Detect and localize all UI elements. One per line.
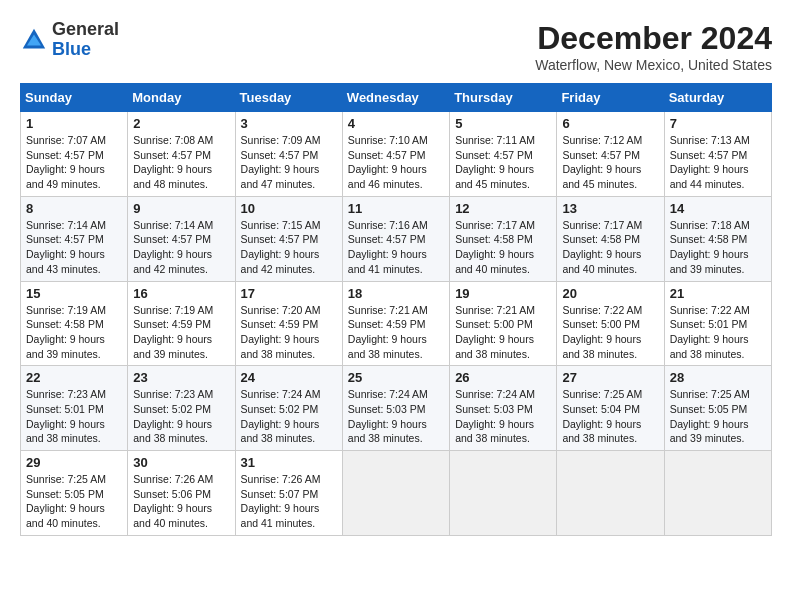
daylight-label: Daylight: 9 hours and 38 minutes.: [562, 333, 641, 360]
weekday-header-thursday: Thursday: [450, 84, 557, 112]
day-info: Sunrise: 7:11 AM Sunset: 4:57 PM Dayligh…: [455, 133, 551, 192]
sunset-label: Sunset: 5:01 PM: [26, 403, 104, 415]
weekday-header-saturday: Saturday: [664, 84, 771, 112]
day-number: 14: [670, 201, 766, 216]
sunset-label: Sunset: 5:05 PM: [670, 403, 748, 415]
daylight-label: Daylight: 9 hours and 38 minutes.: [348, 333, 427, 360]
calendar-cell: 6 Sunrise: 7:12 AM Sunset: 4:57 PM Dayli…: [557, 112, 664, 197]
sunset-label: Sunset: 5:06 PM: [133, 488, 211, 500]
daylight-label: Daylight: 9 hours and 38 minutes.: [241, 333, 320, 360]
logo: General Blue: [20, 20, 119, 60]
daylight-label: Daylight: 9 hours and 40 minutes.: [455, 248, 534, 275]
day-info: Sunrise: 7:10 AM Sunset: 4:57 PM Dayligh…: [348, 133, 444, 192]
sunset-label: Sunset: 4:58 PM: [455, 233, 533, 245]
calendar-cell: 24 Sunrise: 7:24 AM Sunset: 5:02 PM Dayl…: [235, 366, 342, 451]
calendar-cell: 26 Sunrise: 7:24 AM Sunset: 5:03 PM Dayl…: [450, 366, 557, 451]
daylight-label: Daylight: 9 hours and 39 minutes.: [133, 333, 212, 360]
day-number: 8: [26, 201, 122, 216]
sunrise-label: Sunrise: 7:19 AM: [26, 304, 106, 316]
header: General Blue December 2024 Waterflow, Ne…: [20, 20, 772, 73]
sunset-label: Sunset: 4:57 PM: [562, 149, 640, 161]
daylight-label: Daylight: 9 hours and 46 minutes.: [348, 163, 427, 190]
day-number: 13: [562, 201, 658, 216]
calendar-cell: 27 Sunrise: 7:25 AM Sunset: 5:04 PM Dayl…: [557, 366, 664, 451]
calendar-cell: 29 Sunrise: 7:25 AM Sunset: 5:05 PM Dayl…: [21, 451, 128, 536]
calendar-cell: 16 Sunrise: 7:19 AM Sunset: 4:59 PM Dayl…: [128, 281, 235, 366]
daylight-label: Daylight: 9 hours and 38 minutes.: [133, 418, 212, 445]
day-number: 22: [26, 370, 122, 385]
day-number: 26: [455, 370, 551, 385]
day-info: Sunrise: 7:23 AM Sunset: 5:02 PM Dayligh…: [133, 387, 229, 446]
daylight-label: Daylight: 9 hours and 44 minutes.: [670, 163, 749, 190]
weekday-header-sunday: Sunday: [21, 84, 128, 112]
day-info: Sunrise: 7:24 AM Sunset: 5:03 PM Dayligh…: [348, 387, 444, 446]
day-info: Sunrise: 7:12 AM Sunset: 4:57 PM Dayligh…: [562, 133, 658, 192]
day-info: Sunrise: 7:23 AM Sunset: 5:01 PM Dayligh…: [26, 387, 122, 446]
day-number: 12: [455, 201, 551, 216]
daylight-label: Daylight: 9 hours and 40 minutes.: [562, 248, 641, 275]
day-info: Sunrise: 7:20 AM Sunset: 4:59 PM Dayligh…: [241, 303, 337, 362]
day-info: Sunrise: 7:16 AM Sunset: 4:57 PM Dayligh…: [348, 218, 444, 277]
calendar-cell: 19 Sunrise: 7:21 AM Sunset: 5:00 PM Dayl…: [450, 281, 557, 366]
daylight-label: Daylight: 9 hours and 49 minutes.: [26, 163, 105, 190]
calendar-cell: 12 Sunrise: 7:17 AM Sunset: 4:58 PM Dayl…: [450, 196, 557, 281]
sunrise-label: Sunrise: 7:07 AM: [26, 134, 106, 146]
calendar-cell: 22 Sunrise: 7:23 AM Sunset: 5:01 PM Dayl…: [21, 366, 128, 451]
daylight-label: Daylight: 9 hours and 38 minutes.: [455, 418, 534, 445]
calendar-cell: 3 Sunrise: 7:09 AM Sunset: 4:57 PM Dayli…: [235, 112, 342, 197]
week-row-3: 15 Sunrise: 7:19 AM Sunset: 4:58 PM Dayl…: [21, 281, 772, 366]
page-container: General Blue December 2024 Waterflow, Ne…: [20, 20, 772, 536]
day-number: 18: [348, 286, 444, 301]
day-number: 29: [26, 455, 122, 470]
daylight-label: Daylight: 9 hours and 39 minutes.: [670, 248, 749, 275]
day-info: Sunrise: 7:14 AM Sunset: 4:57 PM Dayligh…: [133, 218, 229, 277]
sunrise-label: Sunrise: 7:24 AM: [241, 388, 321, 400]
day-number: 24: [241, 370, 337, 385]
sunset-label: Sunset: 4:57 PM: [455, 149, 533, 161]
day-info: Sunrise: 7:18 AM Sunset: 4:58 PM Dayligh…: [670, 218, 766, 277]
sunrise-label: Sunrise: 7:13 AM: [670, 134, 750, 146]
sunrise-label: Sunrise: 7:25 AM: [562, 388, 642, 400]
calendar-cell: [664, 451, 771, 536]
calendar-cell: 5 Sunrise: 7:11 AM Sunset: 4:57 PM Dayli…: [450, 112, 557, 197]
sunset-label: Sunset: 4:57 PM: [26, 149, 104, 161]
calendar-cell: 21 Sunrise: 7:22 AM Sunset: 5:01 PM Dayl…: [664, 281, 771, 366]
day-info: Sunrise: 7:24 AM Sunset: 5:02 PM Dayligh…: [241, 387, 337, 446]
sunrise-label: Sunrise: 7:17 AM: [562, 219, 642, 231]
daylight-label: Daylight: 9 hours and 38 minutes.: [241, 418, 320, 445]
sunset-label: Sunset: 4:58 PM: [562, 233, 640, 245]
sunset-label: Sunset: 4:58 PM: [670, 233, 748, 245]
day-number: 30: [133, 455, 229, 470]
calendar-cell: 20 Sunrise: 7:22 AM Sunset: 5:00 PM Dayl…: [557, 281, 664, 366]
sunset-label: Sunset: 4:57 PM: [241, 233, 319, 245]
sunset-label: Sunset: 4:59 PM: [133, 318, 211, 330]
day-number: 2: [133, 116, 229, 131]
day-number: 11: [348, 201, 444, 216]
sunrise-label: Sunrise: 7:15 AM: [241, 219, 321, 231]
daylight-label: Daylight: 9 hours and 38 minutes.: [26, 418, 105, 445]
calendar-cell: [342, 451, 449, 536]
daylight-label: Daylight: 9 hours and 38 minutes.: [455, 333, 534, 360]
weekday-header-tuesday: Tuesday: [235, 84, 342, 112]
sunset-label: Sunset: 5:00 PM: [562, 318, 640, 330]
day-number: 15: [26, 286, 122, 301]
sunrise-label: Sunrise: 7:17 AM: [455, 219, 535, 231]
sunrise-label: Sunrise: 7:26 AM: [241, 473, 321, 485]
day-number: 9: [133, 201, 229, 216]
daylight-label: Daylight: 9 hours and 48 minutes.: [133, 163, 212, 190]
daylight-label: Daylight: 9 hours and 40 minutes.: [26, 502, 105, 529]
day-info: Sunrise: 7:08 AM Sunset: 4:57 PM Dayligh…: [133, 133, 229, 192]
day-number: 5: [455, 116, 551, 131]
day-info: Sunrise: 7:19 AM Sunset: 4:58 PM Dayligh…: [26, 303, 122, 362]
day-info: Sunrise: 7:07 AM Sunset: 4:57 PM Dayligh…: [26, 133, 122, 192]
sunrise-label: Sunrise: 7:12 AM: [562, 134, 642, 146]
day-info: Sunrise: 7:26 AM Sunset: 5:07 PM Dayligh…: [241, 472, 337, 531]
calendar-cell: 30 Sunrise: 7:26 AM Sunset: 5:06 PM Dayl…: [128, 451, 235, 536]
day-number: 31: [241, 455, 337, 470]
daylight-label: Daylight: 9 hours and 41 minutes.: [348, 248, 427, 275]
calendar-cell: [450, 451, 557, 536]
calendar-cell: 25 Sunrise: 7:24 AM Sunset: 5:03 PM Dayl…: [342, 366, 449, 451]
day-info: Sunrise: 7:14 AM Sunset: 4:57 PM Dayligh…: [26, 218, 122, 277]
calendar-cell: 11 Sunrise: 7:16 AM Sunset: 4:57 PM Dayl…: [342, 196, 449, 281]
sunset-label: Sunset: 5:04 PM: [562, 403, 640, 415]
